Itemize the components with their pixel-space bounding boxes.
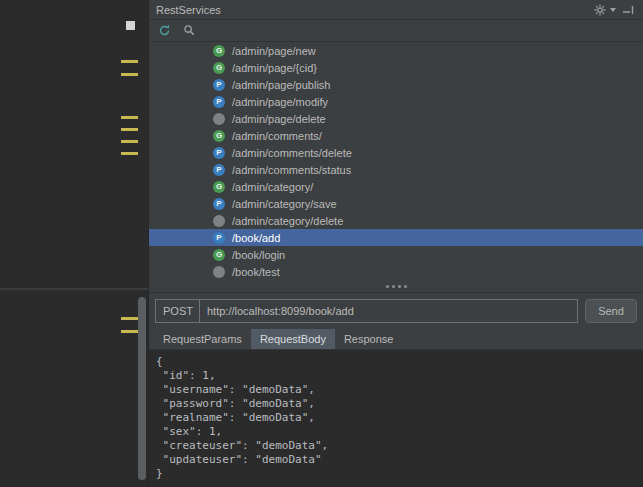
endpoint-path: /book/add — [232, 232, 280, 244]
warning-stripe-mark — [121, 73, 138, 76]
request-bar: POST http://localhost:8099/book/add Send — [155, 299, 637, 323]
editor-background — [0, 0, 148, 487]
tool-window-header-icons — [593, 3, 635, 17]
endpoint-path: /admin/page/modify — [232, 96, 328, 108]
url-box: POST http://localhost:8099/book/add — [155, 299, 578, 323]
request-tabs: RequestParamsRequestBodyResponse — [149, 323, 643, 349]
request-body-text[interactable]: { "id": 1, "username": "demoData", "pass… — [149, 350, 643, 481]
send-button[interactable]: Send — [585, 299, 637, 323]
method-get-icon: G — [213, 181, 225, 193]
endpoint-row[interactable]: /admin/category/delete — [149, 212, 643, 229]
endpoint-row[interactable]: /admin/page/delete — [149, 110, 643, 127]
method-get-icon: G — [213, 249, 225, 261]
endpoint-path: /admin/category/save — [232, 198, 337, 210]
endpoint-tree: G/admin/page/newG/admin/page/{cid}P/admi… — [149, 42, 643, 280]
editor-highlight-square — [126, 21, 135, 30]
editor-scrollbar-thumb[interactable] — [138, 297, 146, 480]
endpoint-row[interactable]: P/admin/category/save — [149, 195, 643, 212]
tab-requestparams[interactable]: RequestParams — [154, 329, 251, 349]
tab-response[interactable]: Response — [335, 329, 403, 349]
endpoint-path: /admin/page/publish — [232, 79, 330, 91]
method-post-icon: P — [213, 96, 225, 108]
endpoint-row[interactable]: G/admin/page/{cid} — [149, 59, 643, 76]
method-other-icon — [213, 215, 225, 227]
endpoint-row[interactable]: P/book/add — [149, 229, 643, 246]
request-section: POST http://localhost:8099/book/add Send… — [149, 292, 643, 487]
method-post-icon: P — [213, 79, 225, 91]
method-post-icon: P — [213, 232, 225, 244]
endpoint-path: /book/login — [232, 249, 285, 261]
warning-stripe-mark — [121, 60, 138, 63]
editor-divider — [0, 288, 148, 290]
endpoint-row[interactable]: G/admin/category/ — [149, 178, 643, 195]
warning-stripe-mark — [121, 116, 138, 119]
endpoint-row[interactable]: G/book/login — [149, 246, 643, 263]
endpoint-path: /admin/comments/delete — [232, 147, 352, 159]
endpoint-row[interactable]: G/admin/comments/ — [149, 127, 643, 144]
endpoint-path: /admin/page/delete — [232, 113, 326, 125]
hide-icon[interactable] — [621, 3, 635, 17]
warning-stripe-mark — [121, 317, 138, 320]
panel-toolbar — [149, 20, 643, 42]
ide-screen: RestServices — [0, 0, 643, 487]
tab-requestbody[interactable]: RequestBody — [251, 329, 335, 349]
method-get-icon: G — [213, 130, 225, 142]
tool-window-title: RestServices — [156, 4, 221, 16]
endpoint-path: /admin/page/new — [232, 45, 316, 57]
endpoint-path: /book/test — [232, 266, 280, 278]
chevron-down-icon — [610, 8, 616, 12]
warning-stripe-mark — [121, 128, 138, 131]
endpoint-row[interactable]: P/admin/page/publish — [149, 76, 643, 93]
search-icon[interactable] — [182, 23, 197, 38]
method-label[interactable]: POST — [156, 300, 200, 322]
gear-icon[interactable] — [593, 3, 607, 17]
endpoint-row[interactable]: P/admin/comments/delete — [149, 144, 643, 161]
endpoint-path: /admin/comments/status — [232, 164, 351, 176]
endpoint-path: /admin/comments/ — [232, 130, 322, 142]
endpoint-row[interactable]: /book/test — [149, 263, 643, 280]
tool-window-header: RestServices — [149, 0, 643, 20]
splitter-dots-icon — [386, 285, 389, 288]
method-post-icon: P — [213, 198, 225, 210]
warning-stripe-mark — [121, 140, 138, 143]
request-body-editor[interactable]: { "id": 1, "username": "demoData", "pass… — [149, 349, 643, 487]
refresh-icon[interactable] — [157, 23, 172, 38]
endpoint-row[interactable]: P/admin/page/modify — [149, 93, 643, 110]
url-input[interactable]: http://localhost:8099/book/add — [200, 300, 577, 322]
splitter-handle[interactable] — [149, 280, 643, 292]
endpoint-row[interactable]: P/admin/comments/status — [149, 161, 643, 178]
warning-stripe-mark — [121, 330, 138, 333]
method-post-icon: P — [213, 147, 225, 159]
method-other-icon — [213, 266, 225, 278]
warning-stripe-mark — [121, 152, 138, 155]
endpoint-path: /admin/category/ — [232, 181, 313, 193]
endpoint-row[interactable]: G/admin/page/new — [149, 42, 643, 59]
method-other-icon — [213, 113, 225, 125]
method-get-icon: G — [213, 45, 225, 57]
endpoint-path: /admin/category/delete — [232, 215, 343, 227]
method-get-icon: G — [213, 62, 225, 74]
method-post-icon: P — [213, 164, 225, 176]
rest-services-panel: RestServices — [148, 0, 643, 487]
endpoint-path: /admin/page/{cid} — [232, 62, 317, 74]
